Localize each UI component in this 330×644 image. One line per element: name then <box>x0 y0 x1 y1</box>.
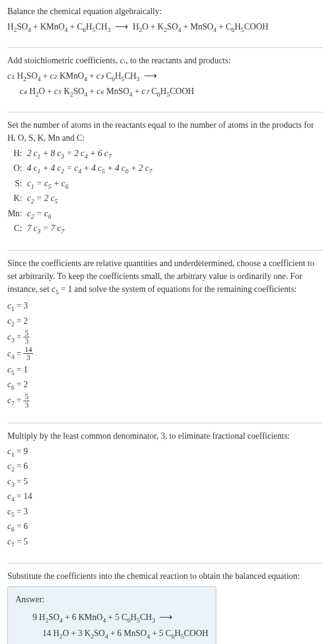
divider <box>7 112 323 112</box>
atom-row: S: c1 = c5 + c6 <box>7 177 323 192</box>
stoich-eq-line1: c₁ H2SO4 + c₂ KMnO4 + c₃ C6H5CH3 ⟶ <box>7 68 323 84</box>
answer-label: Answer: <box>15 593 208 606</box>
atoms-section: Set the number of atoms in the reactants… <box>7 119 323 245</box>
coef-row: c6 = 2 <box>7 378 323 393</box>
substitute-section: Substitute the coefficients into the che… <box>7 570 323 644</box>
atom-row: Mn: c2 = c6 <box>7 207 323 222</box>
atom-eq: 2 c1 + 8 c3 = 2 c4 + 6 c7 <box>27 147 323 162</box>
answer-eq-line2: 14 H2O + 3 K2SO4 + 6 MnSO4 + 5 C6H5COOH <box>15 627 208 642</box>
coef-row: c3 = 5 <box>7 475 323 490</box>
coef-row: c1 = 9 <box>7 445 323 460</box>
atom-eq: c1 = c5 + c6 <box>27 177 323 192</box>
coef-row: c2 = 2 <box>7 315 323 329</box>
atom-row: K: c2 = 2 c5 <box>7 192 323 206</box>
coef-list: c1 = 3 c2 = 2 c3 = 53 c4 = 143 c5 = 1 c6… <box>7 299 323 409</box>
intro-equation: H2SO4 + KMnO4 + C6H5CH3 ⟶ H2O + K2SO4 + … <box>7 19 323 35</box>
coef-row: c1 = 3 <box>7 299 323 314</box>
atom-label: S: <box>7 177 27 192</box>
atom-eq: 7 c3 = 7 c7 <box>27 222 323 237</box>
underdetermined-text: Since the coefficients are relative quan… <box>7 257 323 297</box>
multiply-section: Multiply by the least common denominator… <box>7 430 323 559</box>
atom-row: C: 7 c3 = 7 c7 <box>7 222 323 237</box>
atom-eq: c2 = c6 <box>27 207 323 222</box>
atom-label: H: <box>7 147 27 162</box>
atom-row: H: 2 c1 + 8 c3 = 2 c4 + 6 c7 <box>7 147 323 162</box>
intro-rhs: H2O + K2SO4 + MnSO4 + C6H5COOH <box>133 22 269 31</box>
atom-eq: 4 c1 + 4 c2 = c4 + 4 c5 + 4 c6 + 2 c7 <box>27 162 323 176</box>
arrow-icon: ⟶ <box>144 70 157 80</box>
coef-row: c5 = 3 <box>7 505 323 520</box>
underdetermined-section: Since the coefficients are relative quan… <box>7 257 323 418</box>
coef-row: c4 = 143 <box>7 347 323 363</box>
stoich-text: Add stoichiometric coefficients, cᵢ, to … <box>7 54 323 67</box>
divider <box>7 47 323 48</box>
intro-text: Balance the chemical equation algebraica… <box>7 5 323 18</box>
multiply-text: Multiply by the least common denominator… <box>7 430 323 442</box>
atom-table: H: 2 c1 + 8 c3 = 2 c4 + 6 c7 O: 4 c1 + 4… <box>7 147 323 237</box>
atom-label: K: <box>7 192 27 206</box>
atom-label: Mn: <box>7 207 27 222</box>
coef-row: c2 = 6 <box>7 460 323 474</box>
atom-row: O: 4 c1 + 4 c2 = c4 + 4 c5 + 4 c6 + 2 c7 <box>7 162 323 176</box>
coef-row: c7 = 5 <box>7 535 323 550</box>
intro-section: Balance the chemical equation algebraica… <box>7 5 323 42</box>
divider <box>7 250 323 251</box>
atom-eq: c2 = 2 c5 <box>27 192 323 206</box>
atoms-text: Set the number of atoms in the reactants… <box>7 119 323 144</box>
substitute-text: Substitute the coefficients into the che… <box>7 570 323 583</box>
coef-row: c6 = 6 <box>7 520 323 535</box>
coef-row: c7 = 53 <box>7 393 323 409</box>
arrow-icon: ⟶ <box>159 611 173 622</box>
intro-lhs: H2SO4 + KMnO4 + C6H5CH3 <box>7 22 111 31</box>
answer-box: Answer: 9 H2SO4 + 6 KMnO4 + 5 C6H5CH3 ⟶ … <box>7 586 216 644</box>
divider <box>7 423 323 423</box>
arrow-icon: ⟶ <box>115 21 128 31</box>
stoich-eq-line2: c₄ H2O + c₅ K2SO4 + c₆ MnSO4 + c₇ C6H5CO… <box>7 85 323 100</box>
coef-row: c5 = 1 <box>7 363 323 378</box>
coef-row: c3 = 53 <box>7 330 323 346</box>
coef-row: c4 = 14 <box>7 490 323 505</box>
atom-label: O: <box>7 162 27 176</box>
coef-list: c1 = 9 c2 = 6 c3 = 5 c4 = 14 c5 = 3 c6 =… <box>7 445 323 550</box>
atom-label: C: <box>7 222 27 237</box>
divider <box>7 563 323 564</box>
stoich-section: Add stoichiometric coefficients, cᵢ, to … <box>7 54 323 107</box>
answer-eq-line1: 9 H2SO4 + 6 KMnO4 + 5 C6H5CH3 ⟶ <box>15 610 208 626</box>
